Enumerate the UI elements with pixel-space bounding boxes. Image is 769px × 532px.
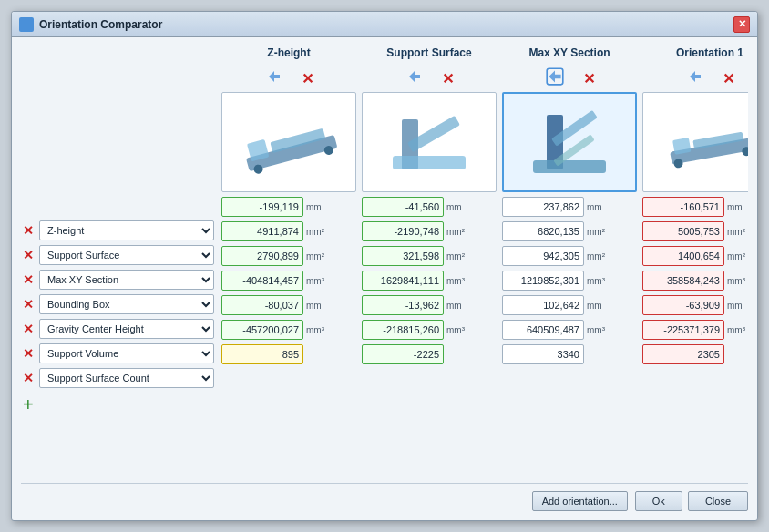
bottom-right-actions: Add orientation... Ok Close: [532, 491, 748, 511]
criteria-select-4[interactable]: Gravity Center Height: [39, 319, 214, 339]
criteria-select-6[interactable]: Support Surface Count: [39, 368, 214, 388]
criteria-row-6: ✕ Support Surface Count: [21, 367, 214, 389]
value-input-1-3[interactable]: [362, 271, 444, 291]
orient-remove-icon-1[interactable]: ✕: [442, 70, 454, 87]
window-title: Orientation Comparator: [39, 18, 733, 31]
value-cell-2-2: mm²: [502, 245, 637, 267]
value-cell-3-4: mm: [642, 294, 748, 316]
criteria-remove-4[interactable]: ✕: [21, 322, 36, 336]
value-input-3-1[interactable]: [642, 221, 724, 241]
value-input-0-4[interactable]: [221, 295, 303, 315]
orient-set-icon-3[interactable]: [686, 67, 704, 89]
orientation-icons-0: ✕: [221, 68, 356, 88]
unit-3-4: mm: [727, 301, 748, 311]
unit-1-5: mm³: [446, 325, 472, 335]
value-input-3-0[interactable]: [642, 197, 724, 217]
value-cell-2-5: mm³: [502, 319, 637, 341]
unit-0-5: mm³: [306, 325, 332, 335]
orientation-image-0[interactable]: [221, 92, 356, 192]
value-input-3-4[interactable]: [642, 295, 724, 315]
title-bar: Orientation Comparator ✕: [12, 12, 757, 37]
criteria-select-2[interactable]: Max XY Section: [39, 270, 214, 290]
value-cell-0-2: mm²: [221, 245, 356, 267]
unit-2-1: mm²: [587, 227, 612, 237]
value-cell-2-1: mm²: [502, 220, 637, 242]
spacer: [21, 46, 214, 220]
value-input-2-5[interactable]: [502, 320, 584, 340]
criteria-remove-1[interactable]: ✕: [21, 248, 36, 262]
criteria-select-0[interactable]: Z-height: [39, 220, 214, 240]
add-orientation-button[interactable]: Add orientation...: [532, 491, 628, 511]
unit-1-0: mm: [446, 202, 472, 212]
criteria-remove-6[interactable]: ✕: [21, 371, 36, 385]
value-input-2-0[interactable]: [502, 197, 584, 217]
value-input-0-0[interactable]: [221, 197, 303, 217]
orientation-image-2[interactable]: [502, 92, 637, 192]
unit-0-1: mm²: [306, 227, 332, 237]
orientation-col-0: Z-height ✕: [221, 46, 356, 477]
criteria-row-3: ✕ Bounding Box: [21, 293, 214, 315]
criteria-row-4: ✕ Gravity Center Height: [21, 318, 214, 340]
value-cell-1-2: mm²: [362, 245, 497, 267]
criteria-remove-2[interactable]: ✕: [21, 272, 36, 287]
ok-button[interactable]: Ok: [635, 491, 682, 511]
criteria-select-3[interactable]: Bounding Box: [39, 294, 214, 314]
criteria-remove-0[interactable]: ✕: [21, 223, 36, 238]
close-button[interactable]: Close: [688, 491, 748, 511]
criteria-list: ✕ Z-height ✕ Support Surface ✕: [21, 220, 214, 389]
value-input-1-4[interactable]: [362, 295, 444, 315]
unit-2-0: mm: [587, 202, 612, 212]
criteria-row-2: ✕ Max XY Section: [21, 269, 214, 291]
orient-remove-icon-3[interactable]: ✕: [723, 70, 734, 87]
value-input-2-3[interactable]: [502, 271, 584, 291]
orientation-col-1: Support Surface ✕: [362, 46, 497, 477]
value-input-0-3[interactable]: [221, 271, 303, 291]
bottom-bar: Add orientation... Ok Close: [21, 483, 748, 511]
orient-remove-icon-2[interactable]: ✕: [583, 70, 595, 87]
value-input-2-4[interactable]: [502, 295, 584, 315]
value-input-0-6[interactable]: [221, 344, 303, 364]
orientation-image-1[interactable]: [362, 92, 497, 192]
value-cell-0-4: mm: [221, 294, 356, 316]
orient-set-icon-1[interactable]: [405, 67, 424, 89]
value-input-2-1[interactable]: [502, 221, 584, 241]
window-close-button[interactable]: ✕: [733, 16, 750, 33]
criteria-remove-5[interactable]: ✕: [21, 346, 36, 361]
value-cell-2-3: mm³: [502, 270, 637, 292]
orient-set-icon-0[interactable]: [265, 67, 283, 89]
left-panel: ✕ Z-height ✕ Support Surface ✕: [21, 46, 221, 477]
main-window: Orientation Comparator ✕ ✕ Z-height ✕: [11, 11, 758, 521]
value-input-1-0[interactable]: [362, 197, 444, 217]
unit-3-3: mm³: [727, 276, 748, 286]
value-input-0-1[interactable]: [221, 221, 303, 241]
value-input-0-2[interactable]: [221, 246, 303, 266]
value-input-1-1[interactable]: [362, 221, 444, 241]
orient-remove-icon-0[interactable]: ✕: [302, 70, 313, 87]
value-input-3-5[interactable]: [642, 320, 724, 340]
value-input-1-5[interactable]: [362, 320, 444, 340]
value-cell-3-2: mm²: [642, 245, 748, 267]
value-input-3-6[interactable]: [642, 344, 724, 364]
value-input-1-6[interactable]: [362, 344, 444, 364]
value-input-2-6[interactable]: [502, 344, 584, 364]
value-input-1-2[interactable]: [362, 246, 444, 266]
orientation-icons-2: ✕: [502, 68, 637, 88]
orient-set-icon-2[interactable]: [545, 66, 565, 90]
value-input-0-5[interactable]: [221, 320, 303, 340]
orientation-header-3: Orientation 1: [642, 46, 748, 65]
value-cell-1-1: mm²: [362, 220, 497, 242]
criteria-remove-3[interactable]: ✕: [21, 297, 36, 312]
value-input-3-3[interactable]: [642, 271, 724, 291]
value-input-2-2[interactable]: [502, 246, 584, 266]
unit-2-4: mm: [587, 301, 612, 311]
add-criteria-button[interactable]: +: [21, 394, 214, 415]
dialog-buttons: Ok Close: [635, 491, 748, 511]
orientation-image-3[interactable]: [642, 92, 748, 192]
value-input-3-2[interactable]: [642, 246, 724, 266]
unit-2-3: mm³: [587, 276, 612, 286]
orientation-col-3: Orientation 1 ✕: [642, 46, 748, 477]
criteria-select-5[interactable]: Support Volume: [39, 343, 214, 363]
values-col-3: mm mm² mm² mm³: [642, 196, 748, 365]
unit-1-2: mm²: [446, 251, 472, 261]
criteria-select-1[interactable]: Support Surface: [39, 245, 214, 265]
